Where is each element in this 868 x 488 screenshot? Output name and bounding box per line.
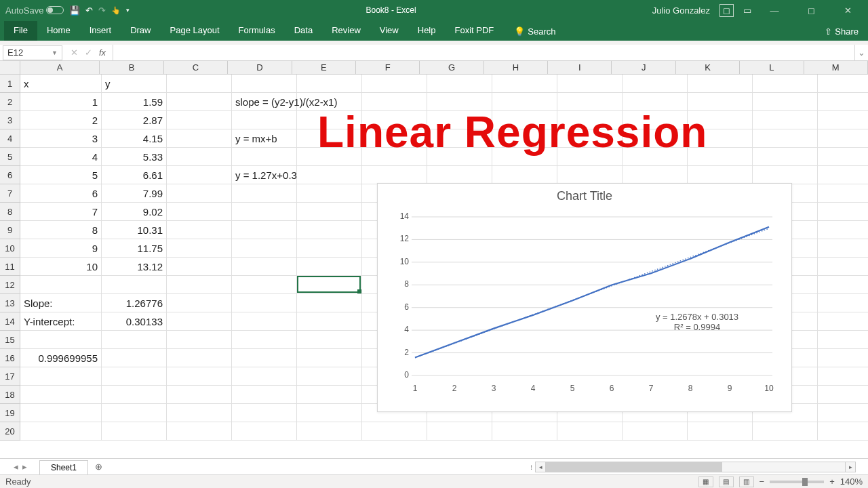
cell-empty[interactable]	[20, 404, 102, 422]
cell-B7[interactable]: 7.99	[102, 184, 167, 203]
cell-empty[interactable]	[297, 386, 362, 404]
row-header-5[interactable]: 5	[0, 148, 20, 166]
cell-empty[interactable]	[753, 166, 818, 184]
cell-B6[interactable]: 6.61	[102, 166, 167, 184]
row-header-13[interactable]: 13	[0, 294, 20, 312]
cell-empty[interactable]	[232, 148, 297, 166]
tab-foxitpdf[interactable]: Foxit PDF	[446, 21, 504, 41]
maximize-icon[interactable]: ◻	[797, 5, 825, 16]
row-header-20[interactable]: 20	[0, 422, 20, 441]
cell-B2[interactable]: 1.59	[102, 93, 167, 111]
cell-A4[interactable]: 3	[20, 129, 102, 148]
tab-file[interactable]: File	[4, 21, 37, 41]
col-header-J[interactable]: J	[612, 61, 675, 74]
row-header-16[interactable]: 16	[0, 349, 20, 367]
cell-empty[interactable]	[753, 75, 818, 93]
cell-empty[interactable]	[818, 75, 868, 93]
enter-formula-icon[interactable]: ✓	[85, 47, 92, 58]
sheet-nav-next-icon[interactable]: ▸	[22, 462, 27, 472]
cell-empty[interactable]	[232, 367, 297, 386]
cell-D6[interactable]: y = 1.27x+0.3	[232, 166, 297, 184]
cell-empty[interactable]	[102, 367, 167, 386]
tab-insert[interactable]: Insert	[80, 21, 121, 41]
cell-empty[interactable]	[818, 386, 868, 404]
cell-A5[interactable]: 4	[20, 148, 102, 166]
cell-empty[interactable]	[167, 166, 232, 184]
row-header-15[interactable]: 15	[0, 331, 20, 349]
cell-empty[interactable]	[167, 75, 232, 93]
hscroll-left-icon[interactable]: ◂	[535, 462, 546, 472]
cell-empty[interactable]	[167, 221, 232, 239]
cell-empty[interactable]	[818, 294, 868, 312]
cell-empty[interactable]	[232, 239, 297, 258]
cell-empty[interactable]	[623, 422, 688, 441]
ribbon-options-icon[interactable]: ▭	[743, 5, 751, 16]
cell-empty[interactable]	[232, 349, 297, 367]
cell-empty[interactable]	[167, 386, 232, 404]
cell-empty[interactable]	[232, 258, 297, 276]
cell-empty[interactable]	[688, 166, 753, 184]
cell-D4[interactable]: y = mx+b	[232, 129, 297, 148]
cell-empty[interactable]	[427, 422, 492, 441]
cell-empty[interactable]	[167, 276, 232, 294]
row-header-7[interactable]: 7	[0, 184, 20, 203]
cell-empty[interactable]	[167, 404, 232, 422]
zoom-out-icon[interactable]: −	[760, 476, 765, 487]
select-all-corner[interactable]	[0, 61, 20, 74]
cell-empty[interactable]	[492, 166, 557, 184]
formula-input[interactable]	[113, 45, 854, 60]
cell-empty[interactable]	[232, 276, 297, 294]
user-avatar-icon[interactable]: ◻	[719, 4, 734, 17]
share-button[interactable]: ⇧ Share	[815, 22, 868, 41]
cell-empty[interactable]	[688, 422, 753, 441]
cell-empty[interactable]	[753, 129, 818, 148]
cell-empty[interactable]	[557, 166, 623, 184]
cell-empty[interactable]	[20, 276, 102, 294]
view-pagebreak-icon[interactable]: ▥	[739, 476, 754, 487]
cell-B3[interactable]: 2.87	[102, 111, 167, 129]
cell-A3[interactable]: 2	[20, 111, 102, 129]
cell-empty[interactable]	[232, 184, 297, 203]
zoom-thumb[interactable]	[802, 478, 808, 486]
row-header-19[interactable]: 19	[0, 404, 20, 422]
cell-empty[interactable]	[362, 75, 427, 93]
cell-empty[interactable]	[297, 166, 362, 184]
cell-empty[interactable]	[688, 75, 753, 93]
cell-empty[interactable]	[492, 422, 557, 441]
save-icon[interactable]: 💾	[69, 5, 80, 16]
row-header-9[interactable]: 9	[0, 221, 20, 239]
cell-empty[interactable]	[492, 75, 557, 93]
cell-empty[interactable]	[232, 75, 297, 93]
col-header-K[interactable]: K	[676, 61, 740, 74]
cell-empty[interactable]	[102, 276, 167, 294]
name-box-dropdown-icon[interactable]: ▼	[52, 49, 58, 56]
cell-A13[interactable]: Slope:	[20, 294, 102, 312]
cell-empty[interactable]	[818, 166, 868, 184]
cell-empty[interactable]	[362, 166, 427, 184]
hscroll-right-icon[interactable]: ▸	[845, 462, 856, 472]
redo-icon[interactable]: ↷	[98, 5, 106, 16]
tab-view[interactable]: View	[370, 21, 408, 41]
cell-A6[interactable]: 5	[20, 166, 102, 184]
cell-empty[interactable]	[167, 239, 232, 258]
cell-empty[interactable]	[167, 331, 232, 349]
cell-B5[interactable]: 5.33	[102, 148, 167, 166]
cell-empty[interactable]	[232, 294, 297, 312]
tab-help[interactable]: Help	[408, 21, 446, 41]
col-header-M[interactable]: M	[804, 61, 868, 74]
close-icon[interactable]: ✕	[834, 5, 861, 16]
cell-empty[interactable]	[753, 93, 818, 111]
row-header-14[interactable]: 14	[0, 312, 20, 331]
add-sheet-button[interactable]: ⊕	[95, 462, 102, 472]
tab-data[interactable]: Data	[285, 21, 322, 41]
cell-A14[interactable]: Y-intercept:	[20, 312, 102, 331]
row-header-1[interactable]: 1	[0, 75, 20, 93]
cell-empty[interactable]	[623, 166, 688, 184]
sheet-nav-prev-icon[interactable]: ◂	[14, 462, 18, 472]
cell-empty[interactable]	[20, 367, 102, 386]
cell-empty[interactable]	[818, 148, 868, 166]
cell-empty[interactable]	[753, 422, 818, 441]
row-header-4[interactable]: 4	[0, 129, 20, 148]
row-header-17[interactable]: 17	[0, 367, 20, 386]
col-header-H[interactable]: H	[484, 61, 548, 74]
